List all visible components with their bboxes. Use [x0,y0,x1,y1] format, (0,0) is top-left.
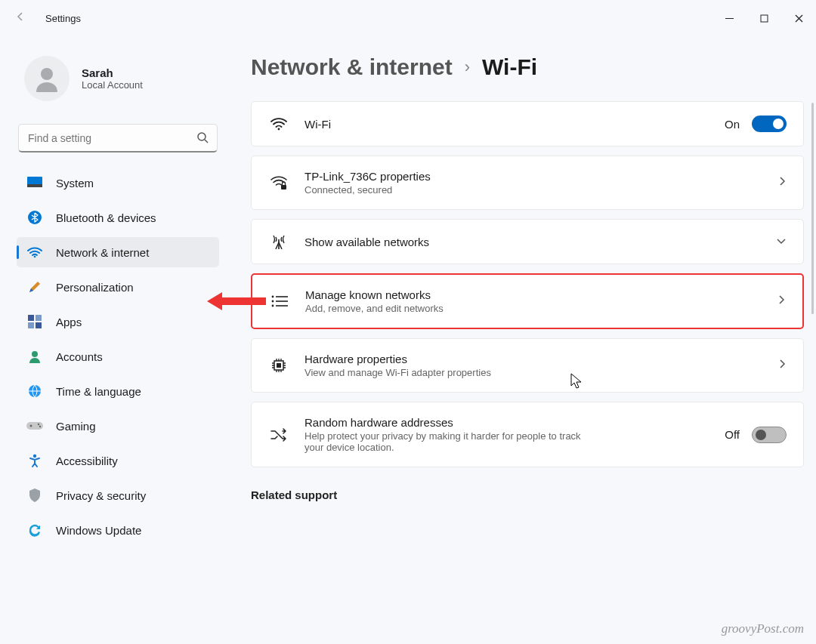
globe-icon [24,384,45,398]
random-addresses-toggle[interactable] [752,427,787,443]
card-available-networks[interactable]: Show available networks [251,219,804,264]
accounts-icon [24,350,45,363]
svg-rect-32 [277,363,281,368]
gaming-icon [24,421,45,431]
svg-rect-17 [26,422,43,430]
shuffle-icon [268,428,289,442]
card-title: Show available networks [304,236,776,248]
svg-point-25 [272,296,274,298]
wifi-icon [268,117,289,131]
sidebar-item-network[interactable]: Network & internet [17,237,219,267]
sidebar-item-label: Windows Update [56,524,141,537]
sidebar-item-label: Apps [56,316,82,328]
svg-point-4 [41,68,53,80]
scrollbar[interactable] [811,103,814,636]
sidebar-item-accounts[interactable]: Accounts [17,341,219,371]
svg-point-29 [272,305,274,307]
chip-icon [268,357,289,374]
svg-point-10 [34,256,36,258]
toggle-state-label: On [725,118,740,131]
card-title: Hardware properties [304,353,777,365]
sidebar-item-label: Accounts [56,350,103,363]
minimize-button[interactable] [712,6,746,30]
shield-icon [24,488,45,502]
sidebar-item-personalization[interactable]: Personalization [17,272,219,302]
sidebar-item-apps[interactable]: Apps [17,307,219,337]
card-title: TP-Link_736C properties [304,170,777,183]
card-hardware-properties[interactable]: Hardware properties View and manage Wi-F… [251,338,804,393]
svg-point-18 [30,425,32,427]
sidebar-item-label: System [56,177,94,190]
card-wifi-toggle[interactable]: Wi-Fi On [251,101,804,146]
sidebar-item-privacy[interactable]: Privacy & security [17,480,219,510]
update-icon [24,523,45,537]
sidebar-item-label: Gaming [56,420,96,433]
breadcrumb-parent[interactable]: Network & internet [251,54,453,80]
svg-point-15 [32,351,38,357]
sidebar-item-label: Network & internet [56,246,149,259]
svg-rect-1 [761,15,768,22]
chevron-right-icon: › [465,57,470,77]
title-bar: Settings [0,0,816,36]
svg-rect-13 [28,322,34,328]
card-subtitle: Add, remove, and edit networks [305,303,777,314]
profile-block[interactable]: Sarah Local Account [17,42,224,124]
sidebar-item-update[interactable]: Windows Update [17,515,219,545]
main-content: Network & internet › Wi-Fi Wi-Fi On TP-L… [227,36,816,644]
annotation-arrow [207,290,267,313]
avatar [24,56,70,101]
svg-rect-11 [28,315,34,321]
antenna-icon [268,233,289,250]
svg-point-22 [278,128,280,131]
chevron-down-icon [776,235,787,248]
search-icon [196,131,209,146]
sidebar-item-bluetooth[interactable]: Bluetooth & devices [17,202,219,233]
chevron-right-icon [777,359,787,372]
list-icon [269,295,290,307]
svg-point-19 [38,424,39,425]
card-subtitle: Help protect your privacy by making it h… [304,430,592,453]
maximize-button[interactable] [746,6,781,30]
sidebar-item-time[interactable]: Time & language [17,376,219,406]
svg-line-6 [205,140,208,143]
back-button[interactable] [9,11,32,26]
wifi-secured-icon [268,175,289,190]
brush-icon [24,279,45,294]
card-manage-known-networks[interactable]: Manage known networks Add, remove, and e… [251,273,804,329]
sidebar-item-label: Privacy & security [56,489,146,502]
card-network-properties[interactable]: TP-Link_736C properties Connected, secur… [251,156,804,210]
window-title: Settings [45,13,81,24]
svg-point-5 [198,133,206,140]
sidebar-item-label: Personalization [56,281,134,294]
card-title: Wi-Fi [304,118,725,131]
profile-subtitle: Local Account [82,79,143,91]
sidebar-item-accessibility[interactable]: Accessibility [17,445,219,476]
system-icon [24,177,45,189]
sidebar-item-system[interactable]: System [17,168,219,198]
chevron-right-icon [777,176,787,190]
card-random-addresses[interactable]: Random hardware addresses Help protect y… [251,402,804,467]
apps-icon [24,315,45,328]
card-title: Manage known networks [305,288,777,301]
bluetooth-icon [24,211,45,224]
card-title: Random hardware addresses [304,416,725,429]
toggle-state-label: Off [725,428,740,441]
svg-point-21 [33,454,36,458]
wifi-icon [24,246,45,258]
svg-rect-14 [36,322,42,328]
svg-rect-23 [281,185,286,190]
sidebar-item-gaming[interactable]: Gaming [17,411,219,441]
svg-rect-12 [36,315,42,321]
wifi-toggle[interactable] [752,116,787,132]
accessibility-icon [24,454,45,467]
svg-point-20 [39,426,41,427]
card-subtitle: View and manage Wi-Fi adapter properties [304,367,777,378]
close-button[interactable] [781,6,816,30]
breadcrumb-current: Wi-Fi [482,54,537,80]
sidebar-item-label: Time & language [56,385,141,398]
related-support-heading: Related support [251,488,804,501]
search-input[interactable] [18,124,218,153]
sidebar-item-label: Accessibility [56,454,118,467]
svg-marker-34 [207,292,222,310]
profile-name: Sarah [82,66,143,79]
